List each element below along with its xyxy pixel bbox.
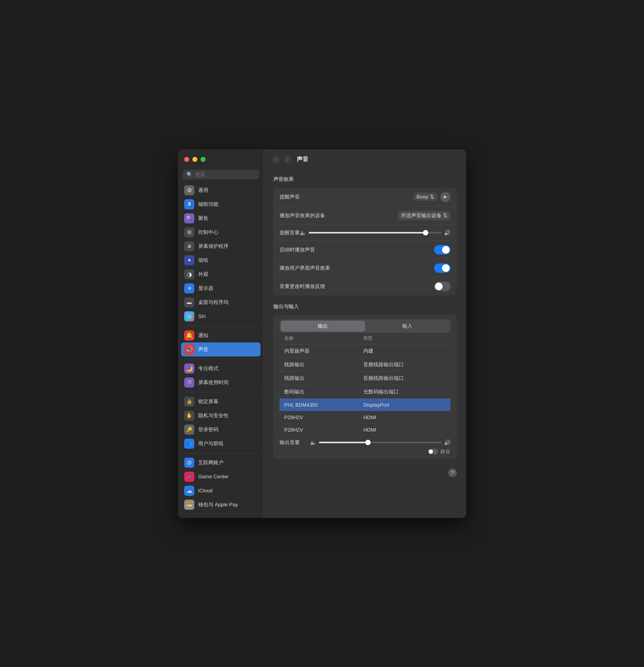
sidebar-divider-3 <box>184 392 257 392</box>
device-type-cell: HDMI <box>359 423 450 436</box>
table-row[interactable]: PHL BDM4350DisplayPort <box>280 398 450 411</box>
sidebar-item-label: 辅助功能 <box>198 201 218 208</box>
playback-device-value: 所选声音输出设备 <box>401 212 442 219</box>
device-type-cell: 音频线路输出端口 <box>359 371 450 385</box>
sidebar-item-screensaver[interactable]: 🖥 屏幕保护程序 <box>181 239 260 253</box>
content-area: 声音效果 提醒声音 Boop ⇅ ▶ 播放声音效果的设备 <box>264 170 466 518</box>
sidebar-item-label: Siri <box>198 313 206 319</box>
main-panel: ‹ › 声音 声音效果 提醒声音 Boop ⇅ ▶ <box>264 149 466 518</box>
sidebar-item-label: 屏幕使用时间 <box>198 379 229 386</box>
search-input[interactable] <box>195 172 255 177</box>
section-io-title: 输出与输入 <box>273 303 457 310</box>
startup-sound-label: 启动时播放声音 <box>280 246 315 253</box>
page-title: 声音 <box>297 156 308 163</box>
main-titlebar: ‹ › 声音 <box>264 149 466 170</box>
sidebar-item-sound[interactable]: 🔊 声音 <box>181 342 260 356</box>
device-name-cell: PHL BDM4350 <box>280 398 359 411</box>
sidebar-titlebar <box>178 149 264 170</box>
mute-toggle[interactable] <box>428 449 438 455</box>
startup-sound-toggle[interactable] <box>434 245 450 255</box>
sidebar: 🔍 ⚙ 通用 ♿ 辅助功能 🔍 聚焦 ⊞ 控制中心 🖥 屏 <box>178 149 264 518</box>
accessibility-icon: ♿ <box>184 199 194 209</box>
tab-output[interactable]: 输出 <box>281 321 365 332</box>
forward-button[interactable]: › <box>283 155 292 164</box>
alert-sound-dropdown[interactable]: Boop ⇅ <box>413 193 437 201</box>
table-row[interactable]: 线路输出音频线路输出端口 <box>280 358 450 371</box>
search-icon: 🔍 <box>187 172 193 177</box>
sidebar-item-screentime[interactable]: ⏱ 屏幕使用时间 <box>181 376 260 390</box>
ui-sound-toggle[interactable] <box>434 263 450 273</box>
table-row[interactable]: 线路输出音频线路输出端口 <box>280 371 450 385</box>
volume-feedback-label: 音量更改时播放反馈 <box>280 283 325 290</box>
search-bar[interactable]: 🔍 <box>183 170 259 179</box>
sidebar-item-wallet[interactable]: 💳 钱包与 Apple Pay <box>181 498 260 512</box>
screentime-icon: ⏱ <box>184 377 194 388</box>
sidebar-item-appearance[interactable]: ◑ 外观 <box>181 267 260 281</box>
sidebar-item-users[interactable]: 👥 用户与群组 <box>181 437 260 451</box>
sidebar-item-display[interactable]: ☀ 显示器 <box>181 281 260 295</box>
tab-input[interactable]: 输入 <box>365 321 450 332</box>
help-row: ? <box>273 465 457 477</box>
table-row[interactable]: P28H2VHDMI <box>280 411 450 423</box>
alert-sound-controls: Boop ⇅ ▶ <box>413 192 450 202</box>
sidebar-item-label: 用户与群组 <box>198 440 223 447</box>
out-vol-low-icon: 🔈 <box>310 439 317 446</box>
sidebar-item-gamecenter[interactable]: 🎮 Game Center <box>181 470 260 484</box>
sidebar-item-icloud[interactable]: ☁ iCloud <box>181 484 260 498</box>
alert-volume-slider[interactable]: 🔈 🔊 <box>300 230 450 236</box>
sidebar-item-notifications[interactable]: 🔔 通知 <box>181 328 260 342</box>
output-slider-track[interactable] <box>319 442 442 443</box>
sidebar-item-label: 登录密码 <box>198 426 218 433</box>
app-window: 🔍 ⚙ 通用 ♿ 辅助功能 🔍 聚焦 ⊞ 控制中心 🖥 屏 <box>178 149 466 518</box>
mute-label: 静音 <box>440 448 450 455</box>
device-name-cell: 线路输出 <box>280 371 359 385</box>
sidebar-list: ⚙ 通用 ♿ 辅助功能 🔍 聚焦 ⊞ 控制中心 🖥 屏幕保护程序 ✦ 墙纸 <box>178 183 264 512</box>
sidebar-divider-4 <box>184 453 257 453</box>
maximize-button[interactable] <box>201 157 206 162</box>
sidebar-item-internet[interactable]: @ 互联网账户 <box>181 456 260 470</box>
minimize-button[interactable] <box>192 157 197 162</box>
password-icon: 🔑 <box>184 425 194 435</box>
close-button[interactable] <box>184 157 189 162</box>
playback-device-dropdown[interactable]: 所选声音输出设备 ⇅ <box>398 211 450 220</box>
table-row[interactable]: P28H2VHDMI <box>280 423 450 436</box>
sidebar-item-focus2[interactable]: 🌙 专注模式 <box>181 362 260 376</box>
sidebar-item-desktop[interactable]: ▬ 桌面与程序坞 <box>181 295 260 309</box>
back-button[interactable]: ‹ <box>272 155 280 164</box>
alert-volume-label: 提醒音量 <box>280 229 300 236</box>
sidebar-item-siri[interactable]: ◎ Siri <box>181 309 260 323</box>
device-table: 名称 类型 内置扬声器内建线路输出音频线路输出端口线路输出音频线路输出端口数码输… <box>280 333 450 436</box>
sidebar-item-label: iCloud <box>198 488 213 493</box>
sidebar-item-label: 通用 <box>198 187 208 194</box>
sidebar-item-wallpaper[interactable]: ✦ 墙纸 <box>181 253 260 267</box>
output-volume-slider[interactable]: 🔈 🔊 <box>310 439 450 446</box>
sidebar-item-privacy[interactable]: ✋ 隐私与安全性 <box>181 409 260 423</box>
startup-sound-row: 启动时播放声音 <box>273 241 457 259</box>
privacy-icon: ✋ <box>184 411 194 421</box>
help-button[interactable]: ? <box>448 469 457 477</box>
sidebar-item-accessibility[interactable]: ♿ 辅助功能 <box>181 197 260 211</box>
ui-sound-label: 播放用户界面声音效果 <box>280 265 330 272</box>
sidebar-item-control[interactable]: ⊞ 控制中心 <box>181 225 260 239</box>
device-name-cell: P28H2V <box>280 411 359 423</box>
play-button[interactable]: ▶ <box>440 192 450 202</box>
table-row[interactable]: 数码输出光数码输出端口 <box>280 385 450 398</box>
slider-track[interactable] <box>309 232 442 233</box>
ui-sound-row: 播放用户界面声音效果 <box>273 259 457 277</box>
sidebar-item-label: 墙纸 <box>198 257 208 264</box>
internet-icon: @ <box>184 458 194 468</box>
sidebar-item-focus[interactable]: 🔍 聚焦 <box>181 211 260 225</box>
users-icon: 👥 <box>184 439 194 449</box>
device-type-cell: DisplayPort <box>359 398 450 411</box>
sidebar-item-label: 屏幕保护程序 <box>198 243 229 250</box>
sidebar-item-general[interactable]: ⚙ 通用 <box>181 183 260 197</box>
sidebar-item-password[interactable]: 🔑 登录密码 <box>181 423 260 437</box>
gamecenter-icon: 🎮 <box>184 472 194 482</box>
table-row[interactable]: 内置扬声器内建 <box>280 344 450 358</box>
sidebar-item-lockscreen[interactable]: 🔒 锁定屏幕 <box>181 395 260 409</box>
volume-feedback-toggle[interactable] <box>434 282 450 291</box>
alert-sound-value: Boop <box>417 194 428 200</box>
sidebar-item-label: 专注模式 <box>198 365 218 372</box>
sidebar-item-label: 显示器 <box>198 285 213 292</box>
device-type-cell: HDMI <box>359 411 450 423</box>
